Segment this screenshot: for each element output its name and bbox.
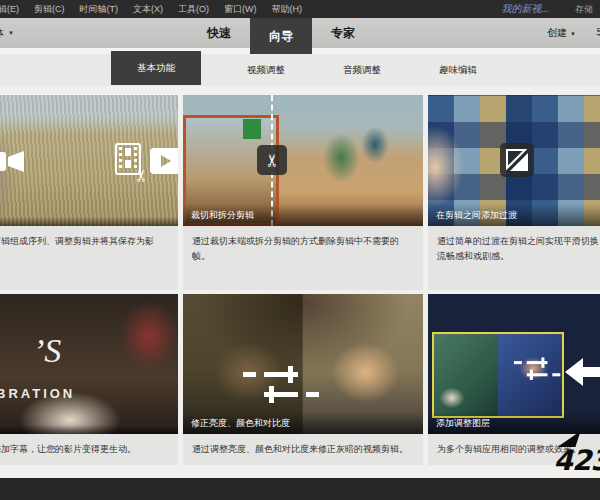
tab-audio-adjustments[interactable]: 音频调整 (331, 64, 393, 77)
card-title: 裁切和拆分剪辑 (183, 204, 423, 226)
clip-patch-graphic (243, 119, 261, 139)
card-title: 修正亮度、颜色和对比度 (183, 412, 423, 434)
card-brightness-color-contrast[interactable]: 修正亮度、颜色和对比度 通过调整亮度、颜色和对比度来修正灰暗的视频剪辑。 (183, 294, 423, 465)
menu-list: 编辑(E) 剪辑(C) 时间轴(T) 文本(X) 工具(O) 窗口(W) 帮助(… (0, 3, 302, 16)
card-description: 通过调整亮度、颜色和对比度来修正灰暗的视频剪辑。 (183, 434, 423, 465)
adjust-sliders-icon (514, 356, 570, 382)
tab-video-adjustments[interactable]: 视频调整 (235, 64, 297, 77)
project-title: 我的新视... (502, 2, 550, 16)
card-title (0, 425, 178, 434)
card-thumbnail: 添加调整图层 (428, 294, 600, 434)
card-thumbnail: ✂ (0, 95, 178, 226)
create-dropdown[interactable]: 创建 ▼ (547, 26, 576, 40)
scissors-icon: ✂ (133, 168, 150, 182)
card-grid: ✂ 了解如何将剪辑组成序列、调整剪辑并将其保存为影片。 ✂ (0, 95, 600, 465)
card-add-transitions[interactable]: 在剪辑之间添加过渡 通过简单的过渡在剪辑之间实现平滑切换，为影片增添流畅感和戏剧… (428, 95, 600, 290)
transition-icon (505, 148, 529, 172)
tab-quick[interactable]: 快速 (188, 18, 250, 48)
title-overlay-script-text: ’S (33, 332, 61, 370)
guided-edits-panel: ✂ 了解如何将剪辑组成序列、调整剪辑并将其保存为影片。 ✂ (0, 86, 600, 478)
arrow-left-icon (565, 358, 600, 386)
tab-basics[interactable]: 基本功能 (111, 51, 201, 85)
chevron-down-icon: ▼ (8, 30, 14, 36)
play-icon (150, 148, 178, 174)
app-window: 编辑(E) 剪辑(C) 时间轴(T) 文本(X) 工具(O) 窗口(W) 帮助(… (0, 0, 600, 500)
menubar-right: 我的新视... 存储 (502, 2, 600, 16)
menu-edit[interactable]: 编辑(E) (0, 3, 19, 16)
adjust-sliders-icon (243, 366, 335, 404)
create-label: 创建 (547, 27, 567, 38)
card-thumbnail: ’S BRATION (0, 294, 178, 434)
menu-tools[interactable]: 工具(O) (178, 3, 209, 16)
scissors-icon: ✂ (264, 153, 281, 167)
scissors-chip: ✂ (257, 145, 287, 175)
chevron-down-icon: ▼ (570, 31, 576, 37)
mode-bar: 添加媒体 ▼ 快速 向导 专家 创建 ▼ 导出 (0, 18, 600, 49)
card-thumbnail: 修正亮度、颜色和对比度 (183, 294, 423, 434)
save-button[interactable]: 存储 (575, 3, 593, 16)
add-media-dropdown[interactable]: 添加媒体 ▼ (0, 18, 14, 48)
export-button[interactable]: 导出 (596, 26, 600, 40)
title-overlay-caps-text: BRATION (0, 386, 75, 401)
menu-help[interactable]: 帮助(H) (272, 3, 303, 16)
card-description: 通过裁切末端或拆分剪辑的方式删除剪辑中不需要的帧。 (183, 226, 423, 290)
tab-fun-edits[interactable]: 趣味编辑 (427, 64, 489, 77)
menu-text[interactable]: 文本(X) (133, 3, 163, 16)
menu-clip[interactable]: 剪辑(C) (34, 3, 65, 16)
tab-guided[interactable]: 向导 (250, 18, 312, 54)
card-title: 在剪辑之间添加过渡 (428, 204, 600, 226)
card-add-titles[interactable]: ’S BRATION 为您的视频添加字幕，让您的影片变得更生动。 (0, 294, 178, 465)
card-trim-split[interactable]: ✂ 裁切和拆分剪辑 通过裁切末端或拆分剪辑的方式删除剪辑中不需要的帧。 (183, 95, 423, 290)
guided-category-tabs: 基本功能 视频调整 音频调整 趣味编辑 (0, 54, 600, 86)
menu-window[interactable]: 窗口(W) (224, 3, 257, 16)
mode-bar-right: 创建 ▼ 导出 (547, 18, 600, 48)
card-getting-started[interactable]: ✂ 了解如何将剪辑组成序列、调整剪辑并将其保存为影片。 (0, 95, 178, 290)
card-title (0, 217, 178, 226)
card-description: 为您的视频添加字幕，让您的影片变得更生动。 (0, 434, 178, 465)
card-description: 通过简单的过渡在剪辑之间实现平滑切换，为影片增添流畅感和戏剧感。 (428, 226, 600, 290)
menu-timeline[interactable]: 时间轴(T) (80, 3, 119, 16)
watermark-number: 423 (554, 444, 600, 477)
card-thumbnail: ✂ 裁切和拆分剪辑 (183, 95, 423, 226)
mode-tabs: 快速 向导 专家 (188, 18, 374, 48)
card-thumbnail: 在剪辑之间添加过渡 (428, 95, 600, 226)
add-media-label: 添加媒体 (0, 26, 4, 40)
card-description: 了解如何将剪辑组成序列、调整剪辑并将其保存为影片。 (0, 226, 178, 290)
timeline-bar[interactable] (0, 478, 600, 500)
menubar: 编辑(E) 剪辑(C) 时间轴(T) 文本(X) 工具(O) 窗口(W) 帮助(… (0, 0, 600, 18)
tab-expert[interactable]: 专家 (312, 18, 374, 48)
frame-photo-left (434, 334, 498, 416)
video-camera-icon (0, 147, 26, 175)
transition-chip (500, 143, 534, 177)
